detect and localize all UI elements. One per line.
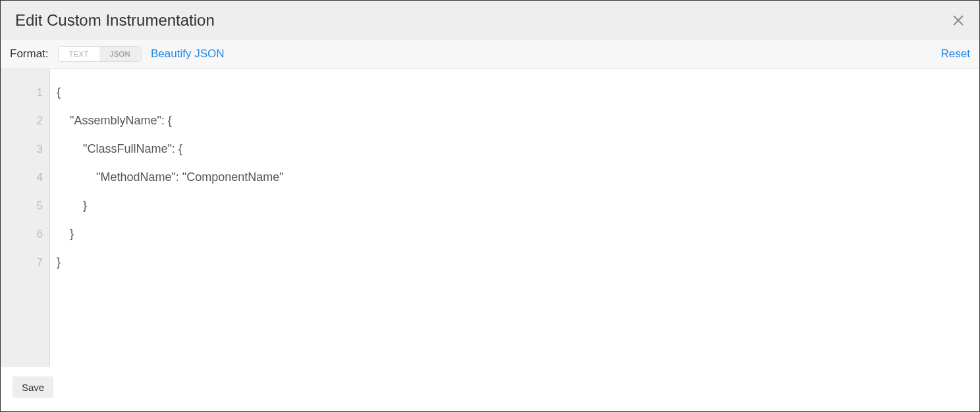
code-editor[interactable]: 1 2 3 4 5 6 7 { "AssemblyName": { "Class… — [1, 69, 979, 367]
dialog-header: Edit Custom Instrumentation — [1, 1, 979, 39]
line-number-gutter: 1 2 3 4 5 6 7 — [1, 69, 50, 367]
code-line: { — [57, 78, 973, 107]
close-icon — [952, 14, 965, 27]
code-content[interactable]: { "AssemblyName": { "ClassFullName": { "… — [50, 69, 979, 367]
format-toggle-json[interactable]: JSON — [99, 47, 141, 61]
save-button[interactable]: Save — [13, 376, 53, 398]
format-label: Format: — [10, 47, 49, 61]
code-line: } — [57, 248, 973, 276]
toolbar: Format: TEXT JSON Beautify JSON Reset — [1, 39, 979, 69]
dialog-footer: Save — [1, 367, 979, 411]
beautify-json-link[interactable]: Beautify JSON — [151, 47, 225, 61]
code-line: "AssemblyName": { — [57, 107, 973, 135]
line-number: 2 — [1, 107, 49, 135]
format-toggle-text[interactable]: TEXT — [59, 47, 99, 61]
format-toggle: TEXT JSON — [58, 46, 142, 62]
code-line: "ClassFullName": { — [57, 135, 973, 163]
reset-link[interactable]: Reset — [941, 47, 970, 61]
code-line: } — [57, 192, 973, 220]
line-number: 7 — [1, 248, 49, 276]
edit-instrumentation-dialog: Edit Custom Instrumentation Format: TEXT… — [0, 0, 980, 412]
line-number: 3 — [1, 135, 49, 163]
line-number: 4 — [1, 163, 49, 192]
line-number: 6 — [1, 220, 49, 248]
code-line: "MethodName": "ComponentName" — [57, 163, 973, 192]
dialog-title: Edit Custom Instrumentation — [15, 11, 215, 30]
line-number: 1 — [1, 78, 49, 107]
line-number: 5 — [1, 192, 49, 220]
close-button[interactable] — [952, 14, 965, 27]
code-line: } — [57, 220, 973, 248]
